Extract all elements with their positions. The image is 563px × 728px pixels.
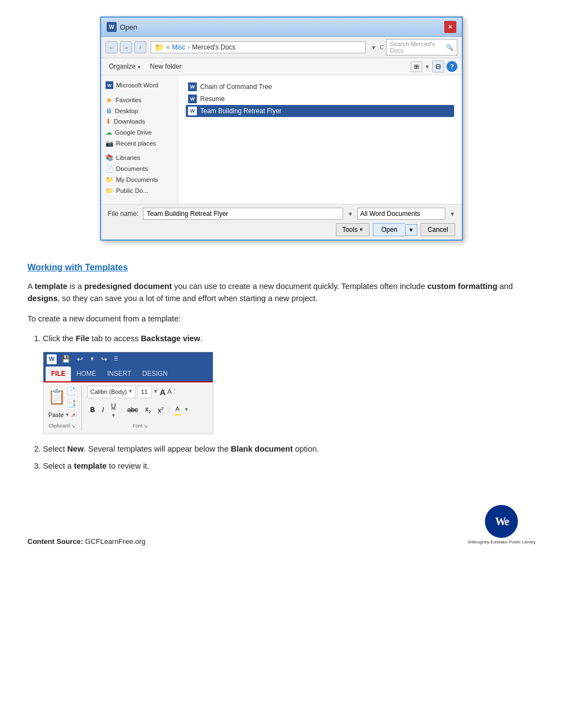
font-superscript-icon[interactable]: ˆ	[173, 388, 175, 396]
superscript-button[interactable]: x2	[155, 405, 166, 415]
path-dropdown2-icon[interactable]: C	[380, 45, 384, 51]
new-folder-button[interactable]: New folder	[147, 62, 185, 71]
sidebar-group-favorites: ★ Favorites 🖥 Desktop ⬇ Downloads ☁ Goog…	[101, 94, 178, 149]
sidebar-item-favorites[interactable]: ★ Favorites	[101, 94, 178, 106]
sidebar-item-publicdocs[interactable]: 📁 Public Do...	[101, 185, 178, 196]
clipboard-text: Clipboard	[48, 423, 70, 430]
bold-custom-formatting: custom formatting	[427, 282, 497, 291]
file-item-flyer[interactable]: W Team Building Retreat Flyer	[186, 105, 454, 117]
separator1: |	[121, 405, 123, 415]
intro-paragraph-1: A template is a predesigned document you…	[27, 280, 536, 305]
font-expand-icon[interactable]: ↘	[143, 423, 148, 430]
up-button[interactable]: ↑	[134, 41, 146, 53]
paste-label[interactable]: Paste	[48, 410, 64, 420]
qat-redo-icon[interactable]: ↪	[100, 354, 109, 365]
font-size-input[interactable]: 11	[137, 386, 152, 398]
font-grow-button[interactable]: A	[159, 386, 165, 398]
tab-insert[interactable]: INSERT	[102, 366, 137, 381]
documents-icon: 📄	[106, 165, 113, 173]
open-dialog: W Open × ← → ↑ 📁 « Misc › Merced's Docs …	[100, 16, 463, 241]
strikethrough-button[interactable]: abc	[125, 405, 141, 415]
qat-save-icon[interactable]: 💾	[60, 354, 72, 365]
organize-button[interactable]: Organize	[106, 62, 145, 71]
sidebar-item-documents[interactable]: 📄 Documents	[101, 163, 178, 174]
ribbon-image: W 💾 ↩ ▼ ↪ ☰ FILE HOME INSERT DESIGN	[43, 352, 213, 434]
desktop-icon: 🖥	[106, 108, 112, 114]
paste-copy-icon[interactable]: 📑	[67, 398, 76, 410]
sidebar-group-word: W Microsoft Word	[101, 80, 178, 91]
search-bar[interactable]: Search Merced's Docs 🔍	[386, 39, 457, 55]
paste-doc-icon[interactable]: 📄	[67, 386, 76, 398]
mydocs-icon: 📁	[106, 176, 113, 184]
sidebar-item-gdrive[interactable]: ☁ Google Drive	[101, 127, 178, 138]
open-button[interactable]: Open	[373, 223, 405, 236]
tools-button[interactable]: Tools	[336, 223, 369, 236]
font-color-dropdown-icon[interactable]: ▼	[184, 406, 189, 414]
details-view-button[interactable]: ⊟	[432, 60, 444, 73]
logo-we-text: We	[495, 515, 509, 528]
publicdocs-icon: 📁	[106, 187, 113, 194]
paste-cursor-icon: ↗	[71, 411, 75, 420]
file-item-resume[interactable]: W Resume	[186, 93, 454, 105]
font-size-dropdown-icon[interactable]: ▼	[153, 388, 158, 396]
tab-file[interactable]: FILE	[46, 366, 71, 381]
sidebar-group-libraries: 📚 Libraries 📄 Documents 📁 My Documents 📁…	[101, 152, 178, 196]
file-item-chain[interactable]: W Chain of Command Tree	[186, 81, 454, 93]
content-section: Working with Templates A template is a p…	[27, 263, 536, 472]
sidebar-item-desktop[interactable]: 🖥 Desktop	[101, 106, 178, 116]
font-color-label: A	[175, 404, 179, 414]
path-bar[interactable]: 📁 « Misc › Merced's Docs	[151, 41, 366, 53]
search-placeholder: Search Merced's Docs	[390, 41, 444, 54]
path-misc[interactable]: Misc	[172, 43, 186, 51]
filetype-input[interactable]	[357, 208, 445, 220]
bold-button[interactable]: B	[87, 405, 98, 415]
dialog-wrapper: W Open × ← → ↑ 📁 « Misc › Merced's Docs …	[27, 16, 536, 241]
view-dropdown-icon[interactable]: ▼	[424, 64, 430, 70]
sidebar-item-downloads[interactable]: ⬇ Downloads	[101, 116, 178, 127]
paste-clipboard-icon[interactable]: 📋	[48, 386, 65, 410]
font-name-selector[interactable]: Calibri (Body) ▼	[87, 386, 136, 398]
view-toggle-button[interactable]: ⊞	[411, 62, 422, 72]
qat-customize-icon[interactable]: ☰	[112, 355, 120, 363]
help-button[interactable]: ?	[446, 61, 457, 72]
clipboard-expand-icon[interactable]: ↘	[71, 423, 75, 430]
filename-input[interactable]	[143, 208, 343, 220]
qat-undo-icon[interactable]: ↩	[75, 354, 85, 365]
qat-undo-dropdown-icon[interactable]: ▼	[88, 355, 96, 363]
format-buttons-row: B I U ▼ | abc x2 x2	[87, 400, 194, 420]
font-shrink-button[interactable]: A	[167, 387, 172, 397]
separator2: |	[169, 405, 170, 415]
sidebar-item-mydocs[interactable]: 📁 My Documents	[101, 174, 178, 185]
back-button[interactable]: ←	[106, 41, 118, 53]
underline-button[interactable]: U ▼	[108, 400, 119, 420]
cancel-button[interactable]: Cancel	[421, 223, 455, 236]
forward-button[interactable]: →	[120, 41, 132, 53]
titlebar-left: W Open	[107, 22, 137, 32]
open-dropdown-button[interactable]: ▼	[405, 224, 417, 236]
sidebar-mydocs-label: My Documents	[116, 176, 158, 183]
filetype-dropdown-icon[interactable]: ▼	[450, 211, 455, 217]
close-button[interactable]: ×	[444, 21, 456, 33]
sidebar-item-recent[interactable]: 📷 Recent places	[101, 138, 178, 149]
sidebar-gdrive-label: Google Drive	[115, 129, 152, 136]
path-sep1: «	[166, 43, 170, 51]
word-sidebar-icon: W	[106, 81, 113, 89]
paste-dropdown-icon[interactable]: ▼	[65, 412, 70, 419]
view-icons: ⊞ ▼ ⊟ ?	[411, 60, 457, 73]
italic-button[interactable]: I	[100, 405, 107, 415]
tab-home[interactable]: HOME	[71, 366, 102, 381]
sidebar-item-libraries[interactable]: 📚 Libraries	[101, 152, 178, 163]
font-color-button[interactable]: A	[173, 404, 183, 416]
step-3: Select a template to review it.	[43, 460, 536, 472]
font-name-dropdown-icon[interactable]: ▼	[128, 388, 133, 396]
footer-source: Content Source: GCFLearnFree.org	[27, 537, 146, 546]
underline-dropdown-icon[interactable]: ▼	[111, 412, 116, 420]
path-dropdown-icon[interactable]: ▼	[371, 45, 377, 51]
filename-dropdown-icon[interactable]: ▼	[347, 211, 353, 217]
intro-paragraph-2: To create a new document from a template…	[27, 313, 536, 325]
tab-design[interactable]: DESIGN	[137, 366, 173, 381]
libraries-icon: 📚	[106, 154, 113, 162]
ribbon-tabs-bar: FILE HOME INSERT DESIGN	[43, 366, 213, 381]
subscript-button[interactable]: x2	[142, 404, 153, 415]
sidebar-item-word[interactable]: W Microsoft Word	[101, 80, 178, 91]
